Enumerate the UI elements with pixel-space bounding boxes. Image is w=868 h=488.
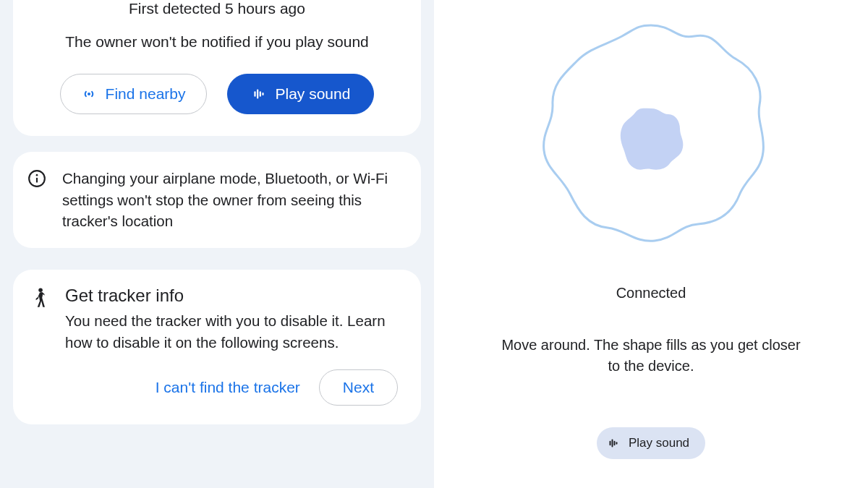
- play-sound-chip-button[interactable]: Play sound: [597, 427, 705, 459]
- tracker-details-pane: First detected 5 hours ago The owner won…: [0, 0, 434, 488]
- sound-bars-icon: [607, 437, 620, 450]
- next-button[interactable]: Next: [319, 369, 398, 406]
- proximity-radar: [528, 14, 774, 260]
- action-buttons-row: Find nearby Play sound: [30, 74, 404, 114]
- info-icon: [27, 169, 46, 188]
- owner-notify-text: The owner won't be notified if you play …: [30, 33, 404, 51]
- proximity-instructions: Move around. The shape fills as you get …: [499, 335, 803, 377]
- find-nearby-button[interactable]: Find nearby: [60, 74, 207, 114]
- play-sound-button[interactable]: Play sound: [227, 74, 375, 114]
- svg-point-0: [88, 93, 90, 95]
- play-sound-label: Play sound: [276, 85, 351, 103]
- first-detected-text: First detected 5 hours ago: [30, 0, 404, 17]
- tracker-info-title: Get tracker info: [65, 286, 404, 306]
- cant-find-tracker-link[interactable]: I can't find the tracker: [156, 379, 300, 396]
- info-card: Changing your airplane mode, Bluetooth, …: [13, 152, 421, 248]
- play-sound-chip-label: Play sound: [629, 436, 689, 450]
- info-text: Changing your airplane mode, Bluetooth, …: [62, 168, 404, 232]
- radar-fill-icon: [621, 108, 684, 170]
- find-nearby-pane: Connected Move around. The shape fills a…: [434, 0, 868, 488]
- connection-status: Connected: [616, 285, 686, 301]
- sound-bars-icon: [251, 86, 267, 102]
- walking-person-icon: [30, 287, 49, 309]
- find-nearby-label: Find nearby: [106, 85, 186, 103]
- svg-point-7: [36, 174, 38, 176]
- get-tracker-info-card: Get tracker info You need the tracker wi…: [13, 270, 421, 424]
- tracker-info-body: You need the tracker with you to disable…: [65, 310, 404, 353]
- detection-card: First detected 5 hours ago The owner won…: [13, 0, 421, 136]
- svg-point-8: [38, 288, 43, 293]
- broadcast-icon: [81, 86, 97, 102]
